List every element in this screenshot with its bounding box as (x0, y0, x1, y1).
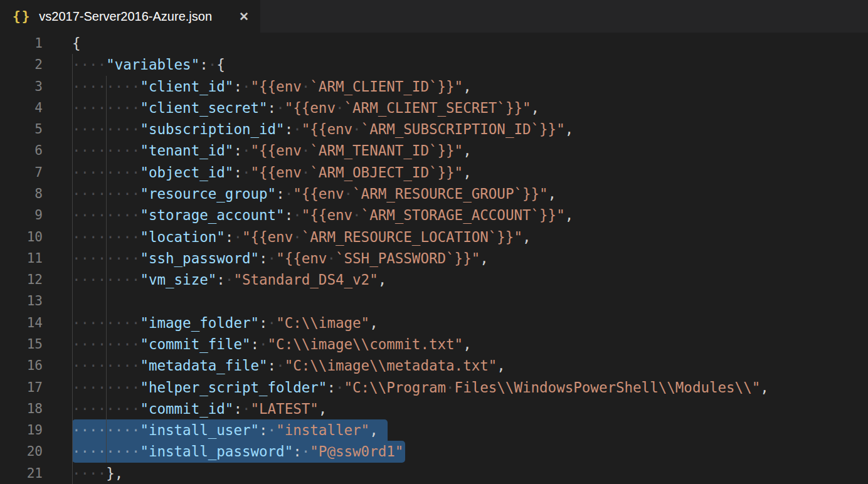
indent-guide (72, 76, 73, 97)
indent-guide (106, 97, 107, 118)
code-text[interactable]: ········"ssh_password":·"{{env·`SSH_PASS… (72, 248, 489, 269)
token-key: "variables" (106, 56, 199, 73)
code-line-10[interactable]: 10········"location":·"{{env·`ARM_RESOUR… (0, 226, 868, 248)
code-line-7[interactable]: 7········"object_id":·"{{env·`ARM_OBJECT… (0, 162, 868, 183)
code-text[interactable]: ········"object_id":·"{{env·`ARM_OBJECT_… (72, 162, 472, 183)
line-number[interactable]: 13 (0, 290, 43, 312)
code-line-21[interactable]: 21····}, (0, 463, 868, 484)
line-number[interactable]: 20 (0, 441, 43, 462)
indent-guide (72, 377, 73, 398)
tab-close-icon[interactable]: ✕ (238, 9, 250, 24)
line-number[interactable]: 7 (0, 162, 43, 183)
token-key: "storage_account" (140, 207, 284, 223)
code-text[interactable]: ········"subscription_id":·"{{env·`ARM_S… (72, 118, 573, 140)
token-punc: :· (327, 379, 344, 396)
token-str: "C:\\Program·Files\\WindowsPowerShell\\M… (344, 379, 760, 396)
code-text[interactable]: ········"image_folder":·"C:\\image", (72, 312, 378, 334)
indent-guide (72, 269, 73, 290)
code-line-12[interactable]: 12········"vm_size":·"Standard_DS4_v2", (0, 269, 868, 290)
token-key: "subscription_id" (140, 121, 284, 137)
code-text[interactable]: ········"vm_size":·"Standard_DS4_v2", (72, 269, 386, 290)
indent-guide (106, 183, 107, 204)
line-number[interactable]: 18 (0, 398, 43, 419)
code-text[interactable]: ········"location":·"{{env·`ARM_RESOURCE… (72, 226, 531, 248)
indent-guide (106, 118, 107, 140)
token-punc: , (319, 401, 327, 417)
code-text[interactable]: ········"commit_id":·"LATEST", (72, 398, 327, 419)
code-text[interactable]: ····"variables":·{ (72, 54, 225, 75)
code-editor[interactable]: 1{2····"variables":·{3········"client_id… (0, 33, 868, 484)
code-line-2[interactable]: 2····"variables":·{ (0, 54, 868, 75)
token-punc: , (378, 271, 387, 288)
token-punc: :· (250, 336, 267, 352)
code-line-13[interactable]: 13 (0, 290, 868, 312)
indent-guide (72, 355, 73, 376)
code-line-20[interactable]: 20········"install_password":·"P@ssw0rd1… (0, 441, 868, 462)
code-line-19[interactable]: 19········"install_user":·"installer", (0, 419, 868, 441)
token-punc: , (531, 100, 540, 116)
token-str: "P@ssw0rd1" (310, 443, 403, 460)
code-line-15[interactable]: 15········"commit_file":·"C:\\image\\com… (0, 334, 868, 355)
line-number[interactable]: 6 (0, 140, 43, 161)
code-line-3[interactable]: 3········"client_id":·"{{env·`ARM_CLIENT… (0, 76, 868, 97)
code-text[interactable]: { (72, 33, 81, 54)
token-punc: , (497, 357, 505, 374)
token-punc: , (565, 207, 574, 223)
code-text[interactable]: ········"commit_file":·"C:\\image\\commi… (72, 334, 472, 355)
code-line-16[interactable]: 16········"metadata_file":·"C:\\image\\m… (0, 355, 868, 376)
tab-vs2017-server2016-azure-json[interactable]: {} vs2017-Server2016-Azure.json ✕ (0, 0, 260, 33)
token-str: "Standard_DS4_v2" (233, 271, 378, 288)
line-number[interactable]: 8 (0, 183, 43, 204)
code-text[interactable]: ········"tenant_id":·"{{env·`ARM_TENANT_… (72, 140, 472, 161)
code-line-4[interactable]: 4········"client_secret":·"{{env·`ARM_CL… (0, 97, 868, 118)
code-line-14[interactable]: 14········"image_folder":·"C:\\image", (0, 312, 868, 334)
indent-guide (106, 269, 107, 290)
line-number[interactable]: 2 (0, 54, 43, 75)
line-number[interactable]: 21 (0, 463, 43, 484)
line-number[interactable]: 14 (0, 312, 43, 334)
code-text[interactable]: ········"install_user":·"installer", (72, 419, 378, 441)
indent-guide (72, 183, 73, 204)
token-str: "LATEST" (250, 401, 318, 417)
line-number[interactable]: 11 (0, 248, 43, 269)
indent-guide (106, 377, 107, 398)
indent-guide (72, 398, 73, 419)
code-text[interactable]: ········"install_password":·"P@ssw0rd1" (72, 441, 403, 462)
line-number[interactable]: 16 (0, 355, 43, 376)
line-number[interactable]: 4 (0, 97, 43, 118)
line-number[interactable]: 3 (0, 76, 43, 97)
code-text[interactable]: ········"client_secret":·"{{env·`ARM_CLI… (72, 97, 539, 118)
code-line-18[interactable]: 18········"commit_id":·"LATEST", (0, 398, 868, 419)
code-line-1[interactable]: 1{ (0, 33, 868, 54)
line-number[interactable]: 5 (0, 118, 43, 140)
token-punc: , (463, 78, 472, 95)
code-line-11[interactable]: 11········"ssh_password":·"{{env·`SSH_PA… (0, 248, 868, 269)
token-key: "resource_group" (140, 186, 276, 202)
indent-guide (72, 140, 73, 161)
line-number[interactable]: 10 (0, 226, 43, 248)
line-number[interactable]: 12 (0, 269, 43, 290)
code-text[interactable]: ········"client_id":·"{{env·`ARM_CLIENT_… (72, 76, 472, 97)
token-punc: :· (233, 164, 250, 181)
code-text[interactable]: ········"metadata_file":·"C:\\image\\met… (72, 355, 505, 376)
code-line-8[interactable]: 8········"resource_group":·"{{env·`ARM_R… (0, 183, 868, 204)
indent-guide (106, 398, 107, 419)
indent-guide (106, 226, 107, 248)
line-number[interactable]: 1 (0, 33, 43, 54)
indent-guide (106, 140, 107, 161)
code-line-5[interactable]: 5········"subscription_id":·"{{env·`ARM_… (0, 118, 868, 140)
code-line-17[interactable]: 17········"helper_script_folder":·"C:\\P… (0, 377, 868, 398)
code-text[interactable]: ········"storage_account":·"{{env·`ARM_S… (72, 204, 573, 226)
code-text[interactable]: ····}, (72, 463, 123, 484)
token-str: "installer" (276, 422, 369, 438)
code-line-9[interactable]: 9········"storage_account":·"{{env·`ARM_… (0, 204, 868, 226)
line-number[interactable]: 15 (0, 334, 43, 355)
code-text[interactable]: ········"resource_group":·"{{env·`ARM_RE… (72, 183, 556, 204)
line-number[interactable]: 17 (0, 377, 43, 398)
code-text[interactable]: ········"helper_script_folder":·"C:\\Pro… (72, 377, 769, 398)
code-line-6[interactable]: 6········"tenant_id":·"{{env·`ARM_TENANT… (0, 140, 868, 161)
line-number[interactable]: 19 (0, 419, 43, 441)
token-ws: ···· (72, 465, 106, 481)
indent-guide (106, 162, 107, 183)
line-number[interactable]: 9 (0, 204, 43, 226)
